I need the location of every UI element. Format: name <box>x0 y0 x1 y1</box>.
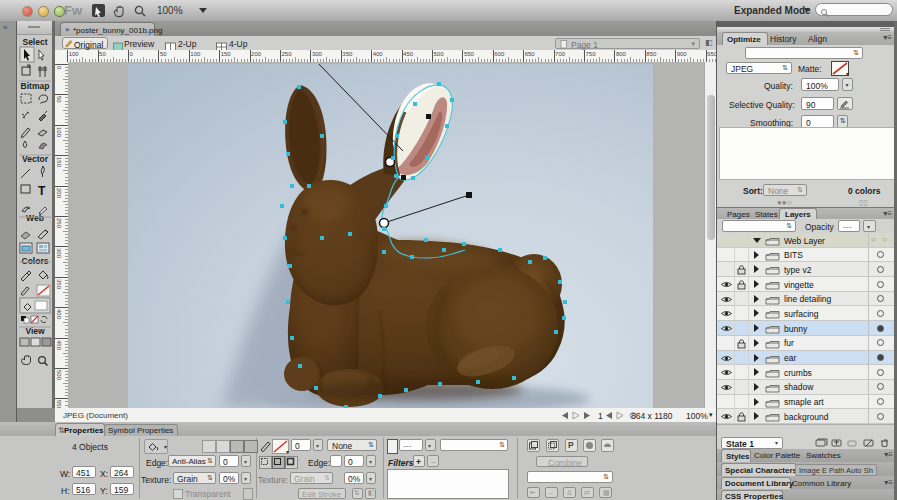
svg-text:Bitmap: Bitmap <box>21 81 50 91</box>
svg-text:T: T <box>38 184 46 198</box>
svg-text:Web: Web <box>26 213 44 223</box>
svg-text:Colors: Colors <box>22 256 49 266</box>
svg-text:Select: Select <box>22 37 47 47</box>
svg-text:1: 1 <box>598 411 603 420</box>
